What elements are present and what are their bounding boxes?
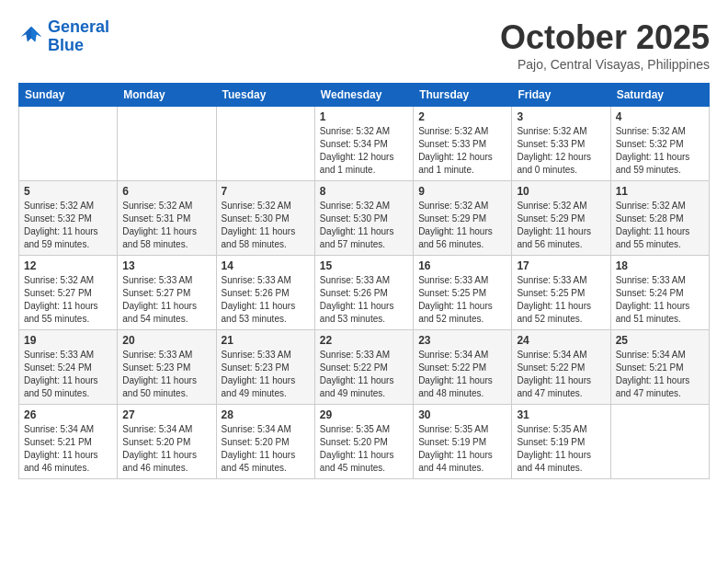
weekday-header-cell: Sunday	[19, 84, 118, 107]
day-info: Sunrise: 5:34 AM Sunset: 5:21 PM Dayligh…	[616, 349, 704, 400]
calendar-cell: 29Sunrise: 5:35 AM Sunset: 5:20 PM Dayli…	[314, 405, 413, 479]
calendar-cell: 24Sunrise: 5:34 AM Sunset: 5:22 PM Dayli…	[512, 330, 610, 405]
day-number: 9	[418, 185, 506, 198]
day-number: 19	[24, 334, 112, 347]
calendar-cell: 12Sunrise: 5:32 AM Sunset: 5:27 PM Dayli…	[19, 256, 118, 330]
calendar-cell: 21Sunrise: 5:33 AM Sunset: 5:23 PM Dayli…	[216, 330, 314, 405]
day-info: Sunrise: 5:34 AM Sunset: 5:20 PM Dayligh…	[122, 423, 210, 475]
calendar-cell	[610, 405, 709, 479]
calendar-week-row: 1Sunrise: 5:32 AM Sunset: 5:34 PM Daylig…	[19, 107, 710, 181]
calendar-cell	[118, 107, 216, 181]
day-number: 16	[418, 259, 506, 272]
calendar-cell: 5Sunrise: 5:32 AM Sunset: 5:32 PM Daylig…	[19, 181, 118, 256]
logo-text: General Blue	[48, 18, 109, 55]
calendar-cell: 8Sunrise: 5:32 AM Sunset: 5:30 PM Daylig…	[314, 181, 413, 256]
weekday-header-cell: Saturday	[610, 84, 709, 107]
day-info: Sunrise: 5:33 AM Sunset: 5:23 PM Dayligh…	[222, 349, 310, 400]
day-info: Sunrise: 5:32 AM Sunset: 5:33 PM Dayligh…	[418, 125, 506, 177]
calendar-table: SundayMondayTuesdayWednesdayThursdayFrid…	[18, 83, 710, 479]
day-number: 22	[320, 334, 408, 347]
weekday-header-cell: Thursday	[414, 84, 512, 107]
day-info: Sunrise: 5:34 AM Sunset: 5:22 PM Dayligh…	[517, 349, 605, 400]
day-number: 23	[418, 334, 506, 347]
calendar-cell	[19, 107, 118, 181]
calendar-cell: 13Sunrise: 5:33 AM Sunset: 5:27 PM Dayli…	[118, 256, 216, 330]
calendar-cell: 28Sunrise: 5:34 AM Sunset: 5:20 PM Dayli…	[216, 405, 314, 479]
calendar-cell: 7Sunrise: 5:32 AM Sunset: 5:30 PM Daylig…	[216, 181, 314, 256]
calendar-cell	[216, 107, 314, 181]
calendar-cell: 30Sunrise: 5:35 AM Sunset: 5:19 PM Dayli…	[414, 405, 512, 479]
day-number: 2	[418, 110, 506, 123]
day-number: 31	[517, 408, 605, 421]
day-info: Sunrise: 5:32 AM Sunset: 5:30 PM Dayligh…	[222, 200, 310, 251]
calendar-cell: 14Sunrise: 5:33 AM Sunset: 5:26 PM Dayli…	[216, 256, 314, 330]
day-number: 26	[24, 408, 112, 421]
day-number: 1	[320, 110, 408, 123]
svg-marker-1	[31, 27, 41, 42]
day-number: 25	[616, 334, 704, 347]
day-info: Sunrise: 5:32 AM Sunset: 5:34 PM Dayligh…	[320, 125, 408, 177]
calendar-cell: 18Sunrise: 5:33 AM Sunset: 5:24 PM Dayli…	[610, 256, 709, 330]
calendar-cell: 1Sunrise: 5:32 AM Sunset: 5:34 PM Daylig…	[314, 107, 413, 181]
day-number: 4	[616, 110, 704, 123]
calendar-cell: 27Sunrise: 5:34 AM Sunset: 5:20 PM Dayli…	[118, 405, 216, 479]
logo-icon	[18, 24, 44, 50]
day-info: Sunrise: 5:33 AM Sunset: 5:25 PM Dayligh…	[418, 274, 506, 326]
calendar-cell: 22Sunrise: 5:33 AM Sunset: 5:22 PM Dayli…	[314, 330, 413, 405]
day-number: 12	[24, 259, 112, 272]
day-number: 21	[222, 334, 310, 347]
location: Pajo, Central Visayas, Philippines	[500, 57, 710, 72]
day-number: 29	[320, 408, 408, 421]
day-info: Sunrise: 5:34 AM Sunset: 5:22 PM Dayligh…	[418, 349, 506, 400]
day-info: Sunrise: 5:33 AM Sunset: 5:24 PM Dayligh…	[24, 349, 112, 400]
day-info: Sunrise: 5:32 AM Sunset: 5:32 PM Dayligh…	[24, 200, 112, 251]
calendar-cell: 20Sunrise: 5:33 AM Sunset: 5:23 PM Dayli…	[118, 330, 216, 405]
day-info: Sunrise: 5:32 AM Sunset: 5:30 PM Dayligh…	[320, 200, 408, 251]
calendar-cell: 15Sunrise: 5:33 AM Sunset: 5:26 PM Dayli…	[314, 256, 413, 330]
weekday-header-row: SundayMondayTuesdayWednesdayThursdayFrid…	[19, 84, 710, 107]
day-info: Sunrise: 5:32 AM Sunset: 5:28 PM Dayligh…	[616, 200, 704, 251]
day-number: 17	[517, 259, 605, 272]
day-info: Sunrise: 5:33 AM Sunset: 5:26 PM Dayligh…	[222, 274, 310, 326]
calendar-cell: 25Sunrise: 5:34 AM Sunset: 5:21 PM Dayli…	[610, 330, 709, 405]
day-info: Sunrise: 5:33 AM Sunset: 5:24 PM Dayligh…	[616, 274, 704, 326]
day-info: Sunrise: 5:32 AM Sunset: 5:32 PM Dayligh…	[616, 125, 704, 177]
day-info: Sunrise: 5:35 AM Sunset: 5:19 PM Dayligh…	[517, 423, 605, 475]
header: General Blue October 2025 Pajo, Central …	[18, 18, 710, 72]
calendar-week-row: 5Sunrise: 5:32 AM Sunset: 5:32 PM Daylig…	[19, 181, 710, 256]
day-info: Sunrise: 5:32 AM Sunset: 5:31 PM Dayligh…	[122, 200, 210, 251]
day-number: 28	[222, 408, 310, 421]
day-info: Sunrise: 5:35 AM Sunset: 5:19 PM Dayligh…	[418, 423, 506, 475]
calendar-week-row: 12Sunrise: 5:32 AM Sunset: 5:27 PM Dayli…	[19, 256, 710, 330]
day-number: 10	[517, 185, 605, 198]
day-number: 6	[122, 185, 210, 198]
calendar-week-row: 26Sunrise: 5:34 AM Sunset: 5:21 PM Dayli…	[19, 405, 710, 479]
day-number: 30	[418, 408, 506, 421]
day-info: Sunrise: 5:33 AM Sunset: 5:27 PM Dayligh…	[122, 274, 210, 326]
calendar-cell: 19Sunrise: 5:33 AM Sunset: 5:24 PM Dayli…	[19, 330, 118, 405]
calendar-cell: 3Sunrise: 5:32 AM Sunset: 5:33 PM Daylig…	[512, 107, 610, 181]
calendar-cell: 9Sunrise: 5:32 AM Sunset: 5:29 PM Daylig…	[414, 181, 512, 256]
calendar-cell: 17Sunrise: 5:33 AM Sunset: 5:25 PM Dayli…	[512, 256, 610, 330]
day-info: Sunrise: 5:32 AM Sunset: 5:27 PM Dayligh…	[24, 274, 112, 326]
page: General Blue October 2025 Pajo, Central …	[0, 0, 728, 488]
logo: General Blue	[18, 18, 109, 55]
month-title: October 2025	[500, 18, 710, 57]
day-info: Sunrise: 5:32 AM Sunset: 5:33 PM Dayligh…	[517, 125, 605, 177]
day-info: Sunrise: 5:32 AM Sunset: 5:29 PM Dayligh…	[418, 200, 506, 251]
weekday-header-cell: Wednesday	[314, 84, 413, 107]
day-info: Sunrise: 5:33 AM Sunset: 5:23 PM Dayligh…	[122, 349, 210, 400]
day-number: 24	[517, 334, 605, 347]
day-number: 8	[320, 185, 408, 198]
calendar-cell: 31Sunrise: 5:35 AM Sunset: 5:19 PM Dayli…	[512, 405, 610, 479]
calendar-cell: 10Sunrise: 5:32 AM Sunset: 5:29 PM Dayli…	[512, 181, 610, 256]
day-number: 13	[122, 259, 210, 272]
calendar-cell: 6Sunrise: 5:32 AM Sunset: 5:31 PM Daylig…	[118, 181, 216, 256]
day-number: 3	[517, 110, 605, 123]
day-number: 5	[24, 185, 112, 198]
day-number: 27	[122, 408, 210, 421]
day-number: 7	[222, 185, 310, 198]
calendar-cell: 4Sunrise: 5:32 AM Sunset: 5:32 PM Daylig…	[610, 107, 709, 181]
calendar-week-row: 19Sunrise: 5:33 AM Sunset: 5:24 PM Dayli…	[19, 330, 710, 405]
day-number: 14	[222, 259, 310, 272]
